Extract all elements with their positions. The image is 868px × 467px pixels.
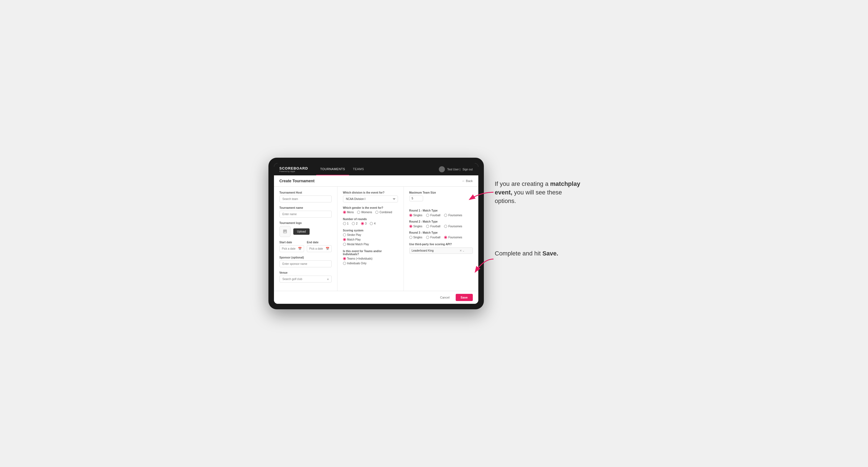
round3-foursomes-label: Foursomes	[448, 236, 462, 239]
annotation-top-1: If you are creating a	[495, 180, 550, 187]
round3-singles-radio[interactable]	[409, 236, 412, 239]
rounds-3[interactable]: 3	[361, 222, 367, 225]
round1-foursomes-radio[interactable]	[444, 214, 447, 217]
teams-option[interactable]: Teams (+Individuals)	[343, 257, 398, 260]
scoring-stroke-radio[interactable]	[343, 234, 346, 237]
calendar-icon: 📅	[298, 247, 302, 250]
round1-singles[interactable]: Singles	[409, 214, 423, 217]
round3-foursomes[interactable]: Foursomes	[444, 236, 462, 239]
round2-foursomes-radio[interactable]	[444, 225, 447, 228]
gender-radio-group: Mens Womens Combined	[343, 211, 398, 214]
gender-womens-label: Womens	[361, 211, 372, 214]
venue-label: Venue	[279, 271, 332, 274]
arrow-matchplay	[467, 191, 495, 202]
division-select[interactable]: NCAA Division I	[343, 195, 398, 203]
gender-combined[interactable]: Combined	[375, 211, 392, 214]
round1-foursomes[interactable]: Foursomes	[444, 214, 462, 217]
sponsor-input[interactable]	[279, 260, 332, 267]
back-link[interactable]: ← Back	[462, 179, 473, 183]
round2-singles-radio[interactable]	[409, 225, 412, 228]
teams-individuals-radio[interactable]	[343, 262, 346, 265]
gender-mens[interactable]: Mens	[343, 211, 354, 214]
round3-foursomes-radio[interactable]	[444, 236, 447, 239]
gender-womens-radio[interactable]	[357, 211, 360, 214]
teams-individuals-label: Individuals Only	[347, 262, 367, 265]
brand-title: SCOREBOARD	[279, 166, 308, 170]
round2-fourball-radio[interactable]	[426, 225, 429, 228]
teams-radio-group: Teams (+Individuals) Individuals Only	[343, 257, 398, 265]
gender-group: Which gender is the event for? Mens Wome…	[343, 206, 398, 214]
rounds-3-radio[interactable]	[361, 222, 364, 225]
rounds-group: Number of rounds 1 2	[343, 218, 398, 225]
rounds-4[interactable]: 4	[370, 222, 376, 225]
scoring-medal-radio[interactable]	[343, 243, 346, 246]
navbar: SCOREBOARD Powered by clippit TOURNAMENT…	[274, 163, 478, 175]
max-team-size-group: Maximum Team Size	[409, 191, 473, 205]
round1-fourball-radio[interactable]	[426, 214, 429, 217]
gender-womens[interactable]: Womens	[357, 211, 372, 214]
tablet-screen: SCOREBOARD Powered by clippit TOURNAMENT…	[274, 163, 478, 304]
scoring-medal[interactable]: Medal Match Play	[343, 243, 398, 246]
main-nav: TOURNAMENTS TEAMS	[316, 163, 439, 175]
form-footer: Cancel Save	[274, 291, 478, 304]
round1-foursomes-label: Foursomes	[448, 214, 462, 217]
tournament-logo-label: Tournament logo	[279, 221, 332, 224]
round1-singles-label: Singles	[413, 214, 423, 217]
max-team-size-input[interactable]	[409, 195, 423, 201]
gender-combined-radio[interactable]	[375, 211, 378, 214]
round1-fourball-label: Fourball	[430, 214, 440, 217]
scoring-match-radio[interactable]	[343, 238, 346, 241]
rounds-2-radio[interactable]	[352, 222, 355, 225]
round3-singles[interactable]: Singles	[409, 236, 423, 239]
division-group: Which division is the event for? NCAA Di…	[343, 191, 398, 203]
individuals-option[interactable]: Individuals Only	[343, 262, 398, 265]
round2-foursomes-label: Foursomes	[448, 225, 462, 228]
end-date-wrap: 📅	[307, 245, 332, 252]
start-date-label: Start date	[279, 241, 304, 244]
annotation-matchplay: If you are creating a matchplay event, y…	[495, 180, 600, 205]
tournament-host-input[interactable]	[279, 195, 332, 203]
round1-fourball[interactable]: Fourball	[426, 214, 440, 217]
tournament-host-group: Tournament Host	[279, 191, 332, 203]
cancel-button[interactable]: Cancel	[437, 294, 453, 301]
round1-singles-radio[interactable]	[409, 214, 412, 217]
rounds-1[interactable]: 1	[343, 222, 349, 225]
tournament-name-input[interactable]	[279, 211, 332, 218]
round2-singles[interactable]: Singles	[409, 225, 423, 228]
venue-input[interactable]	[279, 276, 332, 282]
api-clear-icon[interactable]: ✕ ⌄	[460, 249, 465, 252]
tournament-name-group: Tournament name	[279, 206, 332, 218]
round3-fourball-radio[interactable]	[426, 236, 429, 239]
tablet-frame: SCOREBOARD Powered by clippit TOURNAMENT…	[269, 158, 484, 309]
scoring-stroke[interactable]: Stroke Play	[343, 234, 398, 237]
form-right: Maximum Team Size Round 1 - Match Type S…	[404, 187, 478, 291]
page-title: Create Tournament	[279, 179, 315, 183]
round3-fourball[interactable]: Fourball	[426, 236, 440, 239]
rounds-4-radio[interactable]	[370, 222, 373, 225]
rounds-2[interactable]: 2	[352, 222, 358, 225]
round2-singles-label: Singles	[413, 225, 423, 228]
user-name: Test User |	[447, 168, 460, 171]
upload-button[interactable]: Upload	[293, 228, 310, 235]
teams-teams-radio[interactable]	[343, 257, 346, 260]
round3-singles-label: Singles	[413, 236, 423, 239]
teams-group: Is this event for Teams and/or Individua…	[343, 250, 398, 265]
api-select-wrap[interactable]: Leaderboard King ✕ ⌄	[409, 247, 473, 254]
rounds-1-label: 1	[347, 222, 349, 225]
round2-foursomes[interactable]: Foursomes	[444, 225, 462, 228]
rounds-1-radio[interactable]	[343, 222, 346, 225]
sponsor-group: Sponsor (optional)	[279, 256, 332, 267]
sign-out-link[interactable]: Sign out	[463, 168, 473, 171]
save-button[interactable]: Save	[456, 294, 473, 301]
round2-options: Singles Fourball Foursomes	[409, 225, 473, 228]
round3-options: Singles Fourball Foursomes	[409, 236, 473, 239]
nav-teams[interactable]: TEAMS	[349, 163, 368, 175]
nav-tournaments[interactable]: TOURNAMENTS	[316, 163, 349, 175]
rounds-radio-group: 1 2 3 4	[343, 222, 398, 225]
gender-mens-radio[interactable]	[343, 211, 346, 214]
scoring-match[interactable]: Match Play	[343, 238, 398, 241]
teams-teams-label: Teams (+Individuals)	[347, 257, 373, 260]
round2-fourball[interactable]: Fourball	[426, 225, 440, 228]
brand-subtitle: Powered by clippit	[279, 170, 308, 172]
tournament-logo-group: Tournament logo Upload	[279, 221, 332, 237]
